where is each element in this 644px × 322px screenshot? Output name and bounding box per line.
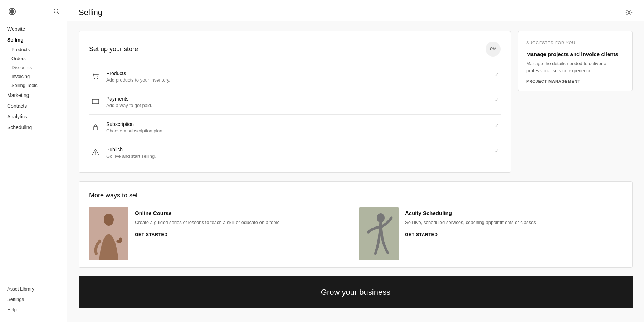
page-title: Selling (79, 8, 102, 17)
products-check-icon: ✓ (494, 71, 499, 78)
more-options-icon[interactable]: ... (617, 39, 624, 46)
svg-point-2 (628, 12, 630, 14)
acuity-desc: Sell live, scheduled services, coaching … (405, 219, 622, 226)
setup-item-products[interactable]: Products Add products to your inventory.… (89, 64, 501, 89)
payments-check-icon: ✓ (494, 97, 499, 103)
suggested-tag: Project Management (526, 79, 624, 83)
setup-item-products-text: Products Add products to your inventory. (106, 70, 489, 83)
search-icon[interactable] (53, 8, 60, 15)
svg-point-4 (97, 78, 98, 79)
setup-item-payments[interactable]: Payments Add a way to get paid. ✓ (89, 89, 501, 114)
more-ways-title: More ways to sell (89, 192, 622, 199)
sidebar-header (0, 0, 67, 20)
setup-item-subscription-desc: Choose a subscription plan. (106, 128, 489, 133)
suggested-card: Suggested for you ... Manage projects an… (518, 31, 633, 91)
online-course-content: Online Course Create a guided series of … (135, 207, 352, 238)
setup-item-products-name: Products (106, 70, 489, 76)
sidebar-item-settings[interactable]: Settings (0, 294, 67, 304)
suggested-desc: Manage the details needed to deliver a p… (526, 60, 624, 74)
setup-item-publish[interactable]: Publish Go live and start selling. ✓ (89, 140, 501, 165)
acuity-image (359, 207, 399, 260)
more-item-online-course: Online Course Create a guided series of … (89, 207, 352, 260)
acuity-title: Acuity Scheduling (405, 210, 622, 216)
sidebar-item-help[interactable]: Help (0, 304, 67, 315)
svg-rect-5 (92, 99, 99, 104)
svg-point-3 (94, 78, 95, 79)
subscription-check-icon: ✓ (494, 122, 499, 129)
sidebar-item-website[interactable]: Website (0, 24, 67, 34)
bottom-banner: Grow your business (79, 276, 633, 308)
setup-item-subscription[interactable]: Subscription Choose a subscription plan.… (89, 114, 501, 140)
setup-card-title: Set up your store (89, 45, 138, 53)
setup-item-payments-name: Payments (106, 96, 489, 102)
suggested-header: Suggested for you ... (526, 39, 624, 46)
suggested-label: Suggested for you (526, 40, 575, 45)
more-ways-grid: Online Course Create a guided series of … (89, 207, 622, 260)
setup-item-subscription-text: Subscription Choose a subscription plan. (106, 121, 489, 133)
online-course-title: Online Course (135, 210, 352, 216)
main-header: Selling (67, 0, 644, 21)
sidebar-item-analytics[interactable]: Analytics (0, 111, 67, 122)
suggested-title: Manage projects and invoice clients (526, 51, 624, 57)
sidebar-item-selling[interactable]: Selling (0, 34, 67, 45)
lock-icon (91, 122, 101, 132)
logo[interactable] (7, 6, 17, 16)
acuity-content: Acuity Scheduling Sell live, scheduled s… (405, 207, 622, 238)
publish-check-icon: ✓ (494, 147, 499, 154)
setup-item-payments-desc: Add a way to get paid. (106, 103, 489, 108)
sidebar: Website Selling Products Orders Discount… (0, 0, 67, 322)
setup-item-publish-name: Publish (106, 147, 489, 152)
setup-row: Set up your store 0% Products Add (79, 31, 633, 173)
sidebar-item-marketing[interactable]: Marketing (0, 90, 67, 101)
online-course-desc: Create a guided series of lessons to tea… (135, 219, 352, 226)
more-item-acuity: Acuity Scheduling Sell live, scheduled s… (359, 207, 622, 260)
sidebar-item-invoicing[interactable]: Invoicing (0, 72, 67, 81)
svg-point-12 (104, 214, 114, 226)
svg-point-10 (95, 154, 96, 155)
gear-icon[interactable] (625, 9, 633, 16)
sidebar-nav: Website Selling Products Orders Discount… (0, 20, 67, 280)
content-area: Set up your store 0% Products Add (67, 21, 644, 318)
more-ways-card: More ways to sell (79, 181, 633, 268)
bottom-banner-text: Grow your business (321, 288, 390, 297)
svg-point-14 (377, 213, 385, 223)
sidebar-item-scheduling[interactable]: Scheduling (0, 122, 67, 133)
sidebar-item-products[interactable]: Products (0, 45, 67, 54)
setup-item-products-desc: Add products to your inventory. (106, 77, 489, 83)
setup-store-card: Set up your store 0% Products Add (79, 31, 511, 173)
sidebar-item-discounts[interactable]: Discounts (0, 63, 67, 72)
sidebar-item-asset-library[interactable]: Asset Library (0, 284, 67, 294)
sidebar-item-contacts[interactable]: Contacts (0, 101, 67, 111)
sidebar-item-selling-tools[interactable]: Selling Tools (0, 81, 67, 90)
payment-icon (91, 97, 101, 107)
svg-rect-7 (93, 127, 98, 130)
cart-icon (91, 71, 101, 81)
setup-item-publish-text: Publish Go live and start selling. (106, 147, 489, 159)
progress-badge: 0% (486, 42, 501, 57)
setup-card-header: Set up your store 0% (89, 42, 501, 57)
online-course-image (89, 207, 128, 260)
online-course-cta[interactable]: Get Started (135, 232, 168, 237)
publish-icon (91, 147, 101, 157)
svg-line-1 (58, 13, 59, 14)
sidebar-item-orders[interactable]: Orders (0, 54, 67, 63)
setup-item-payments-text: Payments Add a way to get paid. (106, 96, 489, 108)
main-content: Selling Set up your store 0% (67, 0, 644, 322)
setup-item-subscription-name: Subscription (106, 121, 489, 127)
setup-item-publish-desc: Go live and start selling. (106, 153, 489, 159)
acuity-cta[interactable]: Get Started (405, 232, 438, 237)
sidebar-bottom: Asset Library Settings Help (0, 280, 67, 322)
